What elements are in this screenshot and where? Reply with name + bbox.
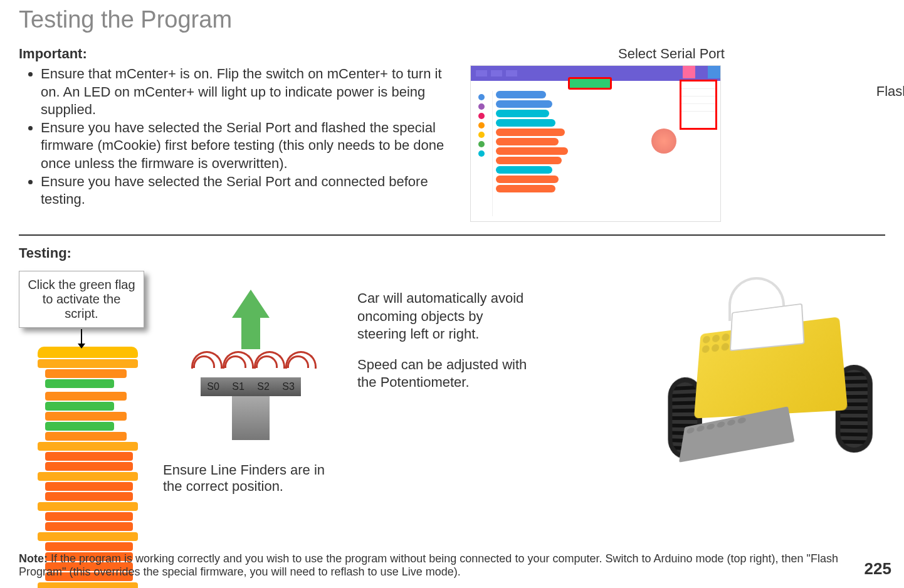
linefinder-section: S0 S1 S2 S3 Ensure Line Finders are in t… [163,290,339,495]
important-item: Ensure you have selected the Serial Port… [41,119,445,173]
page-number: 225 [865,559,891,579]
robot-module [730,303,805,352]
screenshot-palette [471,91,493,216]
robot-image [641,283,879,496]
note-bold: Note: [19,552,51,565]
flag-callout-text: Click the green flag to activate the scr… [28,278,135,320]
testing-content: Click the green flag to activate the scr… [19,271,885,588]
sensor-labels: S0 S1 S2 S3 [201,377,301,396]
sensor-diagram: S0 S1 S2 S3 [163,355,339,449]
important-item: Ensure that mCenter+ is on. Flip the swi… [41,65,445,119]
section-divider [19,234,885,236]
description-para: Car will automatically avoid oncoming ob… [357,290,533,344]
software-screenshot [470,65,721,222]
arrow-down-icon [81,329,82,345]
important-heading: Important: [19,46,445,62]
important-section: Important: Ensure that mCenter+ is on. F… [19,46,445,222]
testing-heading: Testing: [19,245,885,261]
description-section: Car will automatically avoid oncoming ob… [357,290,533,404]
arrow-up-icon [232,290,270,318]
important-list: Ensure that mCenter+ is on. Flip the swi… [19,65,445,209]
sensor-signal-arcs [163,355,339,368]
screenshot-mode-buttons [683,66,720,78]
sensor-body: S0 S1 S2 S3 [201,377,301,440]
footer-note: Note: If the program is working correctl… [19,552,854,579]
top-section: Important: Ensure that mCenter+ is on. F… [19,46,885,222]
page-title: Testing the Program [19,6,885,33]
sensor-label: S2 [257,381,270,392]
sensor-label: S3 [282,381,295,392]
robot-section [552,271,885,522]
serial-port-label: Select Serial Port [458,46,885,62]
screenshot-sprite [651,129,676,154]
firmware-menu-highlight [680,80,717,130]
sensor-label: S1 [232,381,244,392]
screenshot-section: Select Serial Port [458,46,885,222]
description-para: Speed can be adjusted with the Potentiom… [357,356,533,392]
flag-callout: Click the green flag to activate the scr… [19,271,144,328]
flag-section: Click the green flag to activate the scr… [19,271,144,588]
connect-button-highlight [568,77,612,90]
flash-firmware-label: Flash firmware [876,83,904,100]
important-item: Ensure you have selected the Serial Port… [41,173,445,209]
screenshot-blocks [496,91,571,194]
note-text: If the program is working correctly and … [19,552,838,578]
sensor-label: S0 [207,381,219,392]
linefinder-caption: Ensure Line Finders are in the correct p… [163,462,339,495]
